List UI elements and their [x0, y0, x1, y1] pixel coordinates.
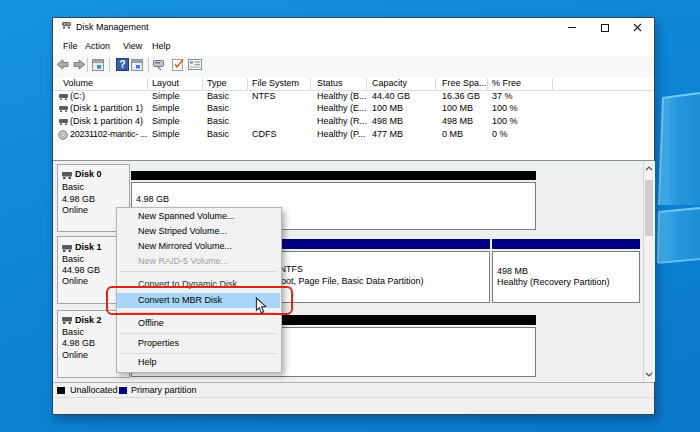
- svg-text:?: ?: [119, 59, 125, 70]
